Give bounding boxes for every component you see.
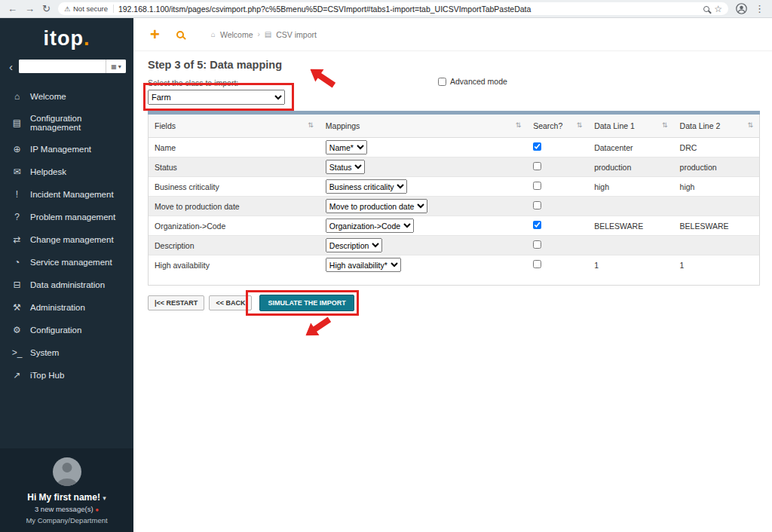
data-line-1-cell: production xyxy=(588,157,673,177)
chat-icon: ✉ xyxy=(11,167,23,177)
advanced-mode-toggle[interactable]: Advanced mode xyxy=(438,77,507,86)
menu-kebab-icon[interactable]: ⋮ xyxy=(755,4,764,14)
app-topbar: + ⌂ Welcome › ▤ CSV import xyxy=(133,18,772,51)
sidebar-item-label: Configuration management xyxy=(30,114,133,132)
home-icon: ⌂ xyxy=(211,30,216,38)
sidebar-item-label: Incident Management xyxy=(30,190,114,199)
back-button[interactable]: << BACK xyxy=(209,295,252,310)
sidebar-search-input[interactable] xyxy=(19,60,106,73)
field-cell: Organization->Code xyxy=(149,216,320,236)
class-select[interactable]: Farm xyxy=(148,90,285,105)
sidebar-item-ip-management[interactable]: ⊕IP Management xyxy=(0,138,133,161)
csv-import-page: Step 3 of 5: Data mapping Select the cla… xyxy=(133,51,772,532)
security-chip[interactable]: ⚠ Not secure xyxy=(64,5,114,13)
mapping-select[interactable]: High availability* xyxy=(326,258,401,272)
mapping-table: Fields⇅ Mappings⇅ Search?⇅ Data Line 1⇅ … xyxy=(149,115,759,274)
sidebar-item-label: Welcome xyxy=(30,92,66,101)
profile-avatar-icon[interactable] xyxy=(736,3,747,14)
user-avatar[interactable] xyxy=(53,457,81,486)
table-row: Name Name* Datacenter DRC xyxy=(149,138,759,157)
table-row: High availability High availability* 1 1 xyxy=(149,255,759,275)
security-label: Not secure xyxy=(73,5,108,13)
user-greeting[interactable]: Hi My first name! ▾ xyxy=(6,492,127,503)
sidebar-item-label: Problem management xyxy=(30,212,115,222)
sidebar-item-configuration[interactable]: ⚙Configuration xyxy=(0,319,133,341)
mapping-select[interactable]: Description xyxy=(326,238,382,252)
sort-icon[interactable]: ⇅ xyxy=(577,121,583,129)
sidebar-item-system[interactable]: >_System xyxy=(0,341,133,364)
data-line-1-cell xyxy=(588,236,673,255)
search-checkbox[interactable] xyxy=(533,240,541,249)
class-select-label: Select the class to import: xyxy=(148,78,321,87)
url-text[interactable]: 192.168.1.100/itsm/pages/csvimport.php?c… xyxy=(118,5,699,14)
back-icon[interactable]: ← xyxy=(8,4,17,14)
data-line-2-cell xyxy=(674,236,759,255)
organization-picker-button[interactable]: ▦ ▾ xyxy=(106,60,126,73)
sidebar-item-incident-management[interactable]: !Incident Management xyxy=(0,183,133,206)
sidebar-item-helpdesk[interactable]: ✉Helpdesk xyxy=(0,161,133,183)
sidebar-item-itop-hub[interactable]: ↗iTop Hub xyxy=(0,364,133,387)
mapping-select[interactable]: Organization->Code xyxy=(326,219,414,233)
sidebar-item-configuration-management[interactable]: ▤Configuration management xyxy=(0,108,133,138)
data-line-2-cell: 1 xyxy=(674,255,759,275)
table-row: Description Description xyxy=(149,236,759,255)
sidebar-item-problem-management[interactable]: ?Problem management xyxy=(0,206,133,228)
mapping-select[interactable]: Move to production date xyxy=(326,199,427,213)
global-search-icon[interactable] xyxy=(176,31,184,38)
data-line-1-cell: Datacenter xyxy=(588,138,673,157)
search-checkbox[interactable] xyxy=(533,201,541,209)
sidebar-item-administration[interactable]: ⚒Administration xyxy=(0,296,133,319)
breadcrumb: ⌂ Welcome › ▤ CSV import xyxy=(211,30,317,39)
data-line-2-cell: production xyxy=(674,157,759,177)
sidebar-collapse-icon[interactable]: ‹ xyxy=(9,60,13,73)
zoom-icon[interactable] xyxy=(703,6,709,12)
search-checkbox[interactable] xyxy=(533,182,541,190)
sidebar-item-change-management[interactable]: ⇄Change management xyxy=(0,228,133,251)
search-checkbox[interactable] xyxy=(533,142,541,151)
quick-create-icon[interactable]: + xyxy=(150,26,160,43)
data-line-2-cell xyxy=(674,197,759,216)
user-organization: My Company/Department xyxy=(6,516,127,524)
mapping-table-container: Fields⇅ Mappings⇅ Search?⇅ Data Line 1⇅ … xyxy=(148,115,760,286)
folder-icon: ⊟ xyxy=(11,280,23,290)
mapping-select[interactable]: Status xyxy=(326,160,365,174)
swap-arrows-icon: ⇄ xyxy=(11,234,23,245)
home-icon: ⌂ xyxy=(11,91,23,102)
search-checkbox[interactable] xyxy=(533,162,541,170)
table-row: Organization->Code Organization->Code BE… xyxy=(149,216,759,236)
bookmark-star-icon[interactable]: ☆ xyxy=(714,5,722,14)
sort-icon[interactable]: ⇅ xyxy=(516,121,522,129)
address-bar[interactable]: ⚠ Not secure 192.168.1.100/itsm/pages/cs… xyxy=(58,2,728,15)
sort-icon[interactable]: ⇅ xyxy=(308,121,314,129)
field-cell: Status xyxy=(149,157,320,177)
warning-icon: ⚠ xyxy=(64,5,70,13)
caret-down-icon: ▾ xyxy=(118,63,121,70)
mapping-select[interactable]: Name* xyxy=(326,140,367,154)
gear-icon: ⚙ xyxy=(11,325,23,335)
sidebar-item-welcome[interactable]: ⌂Welcome xyxy=(0,85,133,108)
forward-icon[interactable]: → xyxy=(25,4,35,14)
breadcrumb-csv-import[interactable]: CSV import xyxy=(276,30,317,39)
reload-icon[interactable]: ↻ xyxy=(42,4,51,14)
page-title: Step 3 of 5: Data mapping xyxy=(148,59,760,71)
sidebar-item-service-management[interactable]: ◔Service management xyxy=(0,251,133,274)
mapping-select[interactable]: Business criticality xyxy=(326,179,407,194)
sort-icon[interactable]: ⇅ xyxy=(747,121,753,129)
sidebar-item-label: Data administration xyxy=(30,280,105,289)
sidebar-item-data-administration[interactable]: ⊟Data administration xyxy=(0,274,133,296)
caret-down-icon: ▾ xyxy=(103,494,106,502)
simulate-import-button[interactable]: SIMULATE THE IMPORT xyxy=(259,295,354,311)
browser-toolbar: ← → ↻ ⚠ Not secure 192.168.1.100/itsm/pa… xyxy=(0,0,772,18)
user-messages[interactable]: 3 new message(s) ● xyxy=(6,505,127,513)
advanced-mode-checkbox[interactable] xyxy=(438,78,446,86)
data-line-2-cell: BELESWARE xyxy=(674,216,759,236)
restart-button[interactable]: |<< RESTART xyxy=(148,295,204,310)
search-checkbox[interactable] xyxy=(533,221,541,229)
table-row: Business criticality Business criticalit… xyxy=(149,177,759,197)
sort-icon[interactable]: ⇅ xyxy=(662,121,668,129)
table-header-row: Fields⇅ Mappings⇅ Search?⇅ Data Line 1⇅ … xyxy=(149,115,759,138)
breadcrumb-welcome[interactable]: Welcome xyxy=(220,30,253,39)
header-mappings: Mappings⇅ xyxy=(320,115,527,138)
search-checkbox[interactable] xyxy=(533,260,541,268)
layers-icon: ▤ xyxy=(11,118,23,128)
